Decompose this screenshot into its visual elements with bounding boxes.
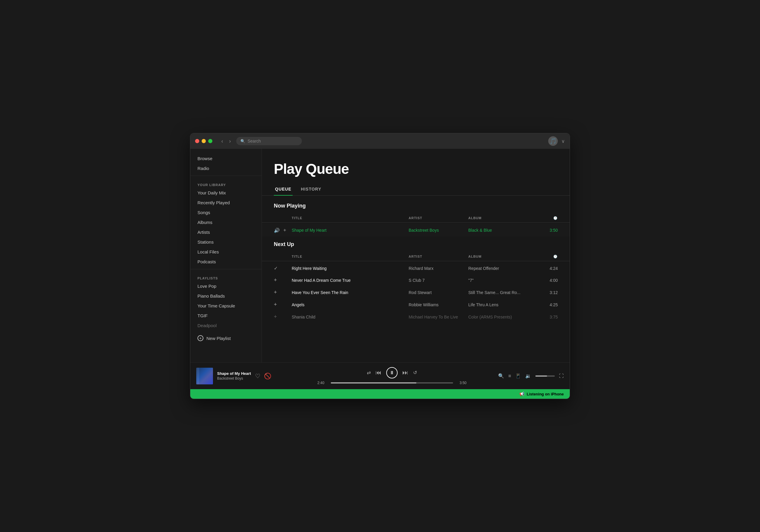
track-album-1: "7" bbox=[468, 278, 534, 283]
repeat-button[interactable]: ↺ bbox=[413, 370, 417, 376]
nav-buttons: ‹ › bbox=[219, 137, 233, 146]
next-up-section: Next Up TITLE ARTIST ALBUM 🕐 bbox=[262, 241, 570, 323]
sidebar-item-browse[interactable]: Browse bbox=[190, 154, 261, 163]
traffic-lights bbox=[195, 139, 213, 143]
fullscreen-button[interactable] bbox=[208, 139, 213, 143]
sidebar: Browse Radio YOUR LIBRARY Your Daily Mix… bbox=[190, 149, 262, 362]
col-header-duration-2: 🕐 bbox=[534, 255, 558, 258]
now-playing-title: Now Playing bbox=[262, 203, 570, 214]
tabs: QUEUE HISTORY bbox=[262, 183, 570, 196]
track-artist-0: Richard Marx bbox=[409, 266, 468, 271]
volume-button[interactable]: 🔉 bbox=[525, 373, 531, 379]
track-artist-1: S Club 7 bbox=[409, 278, 468, 283]
forward-button[interactable]: › bbox=[227, 137, 233, 146]
next-up-table-header: TITLE ARTIST ALBUM 🕐 bbox=[262, 252, 570, 261]
devices-icon[interactable]: 📱 bbox=[515, 373, 521, 379]
search-bar-icon[interactable]: 🔍 bbox=[498, 373, 504, 379]
progress-row: 2:40 3:50 bbox=[317, 381, 466, 385]
now-playing-section: Now Playing TITLE ARTIST ALBUM 🕐 🔊 bbox=[262, 203, 570, 237]
col-header-artist-2: ARTIST bbox=[409, 255, 468, 258]
next-up-track-row-3[interactable]: + Angels Robbie Williams Life Thru A Len… bbox=[262, 298, 570, 311]
play-pause-button[interactable]: ⏸ bbox=[386, 367, 398, 378]
time-total: 3:50 bbox=[456, 381, 466, 385]
chevron-down-icon[interactable]: ∨ bbox=[561, 138, 565, 144]
sidebar-item-daily-mix[interactable]: Your Daily Mix bbox=[190, 188, 261, 198]
search-icon: 🔍 bbox=[240, 139, 245, 144]
sidebar-library-heading: YOUR LIBRARY bbox=[190, 178, 261, 188]
add-icon-4: + bbox=[274, 314, 277, 320]
sidebar-item-radio[interactable]: Radio bbox=[190, 163, 261, 173]
track-album-3: Life Thru A Lens bbox=[468, 302, 534, 307]
sidebar-item-stations[interactable]: Stations bbox=[190, 237, 261, 247]
time-current: 2:40 bbox=[317, 381, 328, 385]
track-duration-1: 4:00 bbox=[534, 278, 558, 283]
track-duration-0: 4:24 bbox=[534, 266, 558, 271]
avatar[interactable]: 🎵 bbox=[548, 136, 558, 146]
track-title-3: Angels bbox=[292, 302, 409, 307]
sidebar-item-playlist-3[interactable]: TGIF bbox=[190, 311, 261, 321]
next-up-track-row-0[interactable]: ✓ Right Here Waiting Richard Marx Repeat… bbox=[262, 262, 570, 274]
page-title: Play Queue bbox=[274, 161, 558, 177]
now-playing-track-row[interactable]: 🔊 + Shape of My Heart Backstreet Boys Bl… bbox=[262, 224, 570, 237]
sidebar-browse-label: Browse bbox=[198, 156, 213, 161]
sidebar-item-local-files[interactable]: Local Files bbox=[190, 247, 261, 257]
track-album-4: Color (ARMS Presents) bbox=[468, 315, 534, 319]
sidebar-divider-1 bbox=[190, 176, 261, 176]
track-album-2: Still The Same... Great Ro... bbox=[468, 290, 534, 295]
new-playlist-button[interactable]: + New Playlist bbox=[190, 333, 261, 343]
sidebar-item-songs[interactable]: Songs bbox=[190, 207, 261, 217]
player-controls: ⇄ ⏮ ⏸ ⏭ ↺ bbox=[367, 367, 417, 378]
add-to-library-button[interactable]: + bbox=[283, 227, 287, 234]
phone-banner[interactable]: 📢 Listening on iPhone bbox=[190, 389, 570, 399]
sidebar-item-podcasts[interactable]: Podcasts bbox=[190, 257, 261, 267]
previous-button[interactable]: ⏮ bbox=[375, 369, 382, 376]
track-album-0: Repeat Offender bbox=[468, 266, 534, 271]
track-title-2: Have You Ever Seen The Rain bbox=[292, 290, 409, 295]
new-playlist-label: New Playlist bbox=[207, 336, 231, 341]
sidebar-item-playlist-1[interactable]: Piano Ballads bbox=[190, 291, 261, 301]
next-up-track-row-4[interactable]: + Shania Child Michael Harvey To Be Live… bbox=[262, 311, 570, 323]
main-content: Browse Radio YOUR LIBRARY Your Daily Mix… bbox=[190, 149, 570, 362]
col-header-duration: 🕐 bbox=[534, 216, 558, 220]
shuffle-button[interactable]: ⇄ bbox=[367, 370, 371, 376]
sidebar-playlists-section: PLAYLISTS Love Pop Piano Ballads Your Ti… bbox=[190, 272, 261, 331]
now-playing-table: TITLE ARTIST ALBUM 🕐 🔊 + Shape of My Hea… bbox=[262, 214, 570, 237]
clock-icon: 🕐 bbox=[553, 216, 558, 220]
add-icon-1: + bbox=[274, 277, 277, 283]
back-button[interactable]: ‹ bbox=[219, 137, 225, 146]
track-duration-3: 4:25 bbox=[534, 302, 558, 307]
close-button[interactable] bbox=[195, 139, 199, 143]
tab-queue[interactable]: QUEUE bbox=[274, 183, 293, 196]
fullscreen-icon[interactable]: ⛶ bbox=[559, 373, 564, 379]
search-input[interactable] bbox=[248, 139, 298, 144]
next-up-track-row-2[interactable]: + Have You Ever Seen The Rain Rod Stewar… bbox=[262, 286, 570, 298]
sidebar-item-playlist-2[interactable]: Your Time Capsule bbox=[190, 301, 261, 311]
add-icon-3: + bbox=[274, 301, 277, 308]
col-header-controls-2 bbox=[274, 255, 292, 258]
content-area: Play Queue QUEUE HISTORY Now Playing TIT… bbox=[262, 149, 570, 362]
search-bar[interactable]: 🔍 bbox=[236, 137, 302, 145]
tab-history[interactable]: HISTORY bbox=[300, 183, 322, 196]
phone-icon: 📢 bbox=[519, 391, 524, 396]
track-duration-4: 3:75 bbox=[534, 315, 558, 319]
next-button[interactable]: ⏭ bbox=[403, 369, 408, 376]
progress-bar[interactable] bbox=[331, 382, 453, 383]
sidebar-item-playlist-4[interactable]: Deadpool bbox=[190, 321, 261, 331]
sidebar-library-section: YOUR LIBRARY Your Daily Mix Recently Pla… bbox=[190, 178, 261, 267]
heart-button[interactable]: ♡ bbox=[255, 373, 261, 379]
sidebar-item-artists[interactable]: Artists bbox=[190, 227, 261, 237]
sidebar-item-playlist-0[interactable]: Love Pop bbox=[190, 281, 261, 291]
phone-banner-text: Listening on iPhone bbox=[527, 392, 564, 396]
track-artist: Backstreet Boys bbox=[409, 228, 468, 233]
block-button[interactable]: 🚫 bbox=[264, 373, 271, 379]
queue-icon[interactable]: ≡ bbox=[508, 373, 511, 379]
sidebar-item-recently-played[interactable]: Recently Played bbox=[190, 198, 261, 207]
volume-bar[interactable] bbox=[535, 376, 555, 377]
plus-circle-icon: + bbox=[198, 335, 204, 341]
next-up-track-row-1[interactable]: + Never Had A Dream Come True S Club 7 "… bbox=[262, 274, 570, 286]
sidebar-item-albums[interactable]: Albums bbox=[190, 217, 261, 227]
minimize-button[interactable] bbox=[202, 139, 206, 143]
col-header-album-2: ALBUM bbox=[468, 255, 534, 258]
track-controls-2: + bbox=[274, 289, 292, 295]
track-title-1: Never Had A Dream Come True bbox=[292, 278, 409, 283]
